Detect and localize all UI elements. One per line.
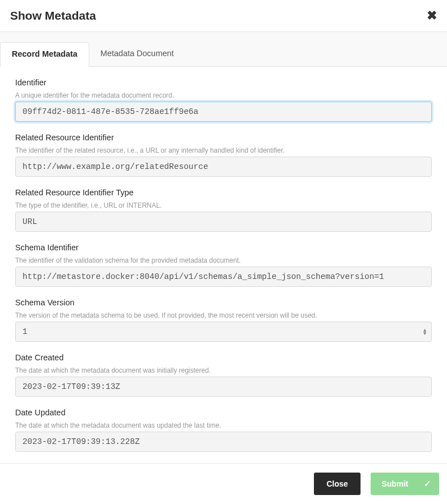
date-updated-input[interactable]: [15, 432, 432, 452]
tab-metadata-document[interactable]: Metadata Document: [89, 42, 185, 66]
form-content: Identifier A unique identifier for the m…: [0, 67, 447, 468]
schema-identifier-label: Schema Identifier: [15, 243, 432, 252]
tabs-container: Record Metadata Metadata Document: [0, 32, 447, 67]
schema-version-input[interactable]: [15, 322, 432, 342]
close-icon[interactable]: ✖: [427, 10, 437, 22]
submit-button[interactable]: Submit ✓: [371, 473, 439, 495]
related-resource-label: Related Resource Identifier: [15, 133, 432, 142]
related-resource-type-desc: The type of the identifier, i.e., URL or…: [15, 201, 432, 209]
modal-footer: Close Submit ✓: [0, 463, 447, 504]
schema-version-label: Schema Version: [15, 298, 432, 307]
related-resource-input[interactable]: [15, 157, 432, 177]
close-button[interactable]: Close: [314, 473, 360, 495]
date-updated-label: Date Updated: [15, 408, 432, 417]
tab-record-metadata[interactable]: Record Metadata: [0, 42, 89, 67]
identifier-desc: A unique identifier for the metadata doc…: [15, 91, 432, 99]
check-icon: ✓: [424, 479, 431, 489]
related-resource-type-label: Related Resource Identifier Type: [15, 188, 432, 197]
date-created-input[interactable]: [15, 377, 432, 397]
identifier-label: Identifier: [15, 78, 432, 87]
schema-identifier-desc: The identifier of the validation schema …: [15, 256, 432, 264]
schema-identifier-input[interactable]: [15, 267, 432, 287]
stepper-down-icon[interactable]: ▼: [422, 332, 427, 335]
number-stepper[interactable]: ▲ ▼: [422, 328, 427, 335]
date-updated-desc: The date at which the metadata document …: [15, 421, 432, 429]
related-resource-desc: The identifier of the related resource, …: [15, 146, 432, 154]
identifier-input[interactable]: [15, 102, 432, 122]
modal-title: Show Metadata: [10, 9, 96, 22]
submit-button-label: Submit: [382, 479, 408, 488]
date-created-label: Date Created: [15, 353, 432, 362]
schema-version-desc: The version of the metadata schema to be…: [15, 311, 432, 319]
related-resource-type-input[interactable]: [15, 212, 432, 232]
date-created-desc: The date at which the metadata document …: [15, 366, 432, 374]
